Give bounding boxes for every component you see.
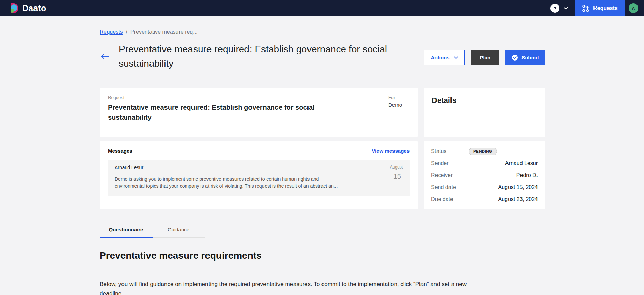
detail-row-receiver: Receiver Pedro D.: [431, 169, 538, 181]
message-sender: Arnaud Lesur: [115, 165, 385, 170]
cards-grid: Request Preventative measure required: E…: [100, 88, 545, 209]
detail-row-sender: Sender Arnaud Lesur: [431, 157, 538, 169]
top-navbar: Daato ? Requ: [0, 0, 644, 16]
plan-button[interactable]: Plan: [471, 50, 499, 65]
arrow-left-icon: [100, 53, 110, 60]
requests-nav-button[interactable]: Requests: [575, 0, 625, 16]
user-avatar[interactable]: A: [629, 3, 638, 13]
header-actions: Actions Plan Submit: [424, 50, 545, 65]
page-title: Preventative measure required: Establish…: [119, 42, 424, 71]
back-button[interactable]: [100, 52, 110, 61]
sender-label: Sender: [431, 160, 464, 166]
breadcrumb-current: Preventative measure req...: [130, 29, 198, 35]
message-main: Arnaud Lesur Demo is asking you to imple…: [115, 165, 385, 189]
message-list-item[interactable]: Arnaud Lesur Demo is asking you to imple…: [108, 160, 410, 196]
request-for-block: For Demo: [388, 95, 410, 129]
navbar-right: ? Requests A: [543, 0, 644, 16]
detail-row-status: Status PENDING: [431, 145, 538, 157]
messages-card: Messages View messages Arnaud Lesur Demo…: [100, 141, 418, 209]
sender-value: Arnaud Lesur: [505, 160, 538, 166]
section-heading: Preventative measure requirements: [100, 250, 545, 261]
message-preview-line2: environmental topics that your company i…: [115, 183, 385, 189]
plan-label: Plan: [480, 55, 490, 61]
detail-row-send-date: Send date August 15, 2024: [431, 181, 538, 193]
section-body: Below, you will find guidance on impleme…: [100, 280, 545, 295]
tab-questionnaire[interactable]: Questionnaire: [100, 222, 152, 237]
app-window: Daato ? Requ: [0, 0, 644, 295]
section-body-line1: Below, you will find guidance on impleme…: [100, 280, 545, 289]
message-day: 15: [385, 173, 401, 180]
submit-label: Submit: [521, 55, 539, 61]
brand-name: Daato: [22, 3, 46, 13]
message-preview-line1: Demo is asking you to implement some pre…: [115, 176, 385, 183]
submit-button[interactable]: Submit: [505, 50, 545, 65]
breadcrumb-requests-link[interactable]: Requests: [100, 29, 123, 35]
requests-nav-label: Requests: [593, 5, 618, 11]
request-title: Preventative measure required: Establish…: [108, 103, 347, 122]
request-card: Request Preventative measure required: E…: [100, 88, 418, 137]
tab-bar: Questionnaire Guidance: [100, 222, 205, 238]
message-month: August: [385, 165, 403, 170]
messages-header: Messages View messages: [108, 148, 410, 154]
details-card: Details: [424, 88, 545, 137]
request-card-main: Request Preventative measure required: E…: [108, 95, 347, 129]
messages-title: Messages: [108, 148, 132, 154]
page-header-left: Preventative measure required: Establish…: [100, 42, 424, 71]
tab-guidance[interactable]: Guidance: [152, 222, 205, 237]
workflow-icon: [582, 4, 590, 12]
chevron-down-icon[interactable]: [564, 7, 568, 10]
status-label: Status: [431, 148, 464, 155]
actions-label: Actions: [431, 55, 449, 61]
check-circle-icon: [512, 54, 518, 61]
for-value: Demo: [388, 102, 410, 108]
section-body-line2: deadline.: [100, 289, 545, 295]
breadcrumb-separator: /: [126, 29, 127, 35]
detail-row-due-date: Due date August 23, 2024: [431, 193, 538, 205]
message-date: August 15: [385, 165, 403, 189]
for-label: For: [388, 95, 410, 100]
page-header: Preventative measure required: Establish…: [100, 42, 545, 71]
message-preview: Demo is asking you to implement some pre…: [115, 176, 385, 189]
brand-logo[interactable]: Daato: [10, 3, 46, 13]
receiver-value: Pedro D.: [516, 172, 538, 178]
chevron-down-icon: [454, 56, 458, 59]
send-date-value: August 15, 2024: [498, 184, 538, 190]
details-title: Details: [432, 96, 537, 105]
help-menu[interactable]: ?: [543, 0, 575, 16]
question-circle-icon[interactable]: ?: [550, 4, 559, 13]
due-date-label: Due date: [431, 196, 464, 202]
status-badge: PENDING: [469, 148, 497, 155]
main-content: Requests / Preventative measure req... P…: [0, 29, 644, 295]
actions-dropdown-button[interactable]: Actions: [424, 50, 465, 65]
daato-logo-icon: [10, 3, 19, 13]
breadcrumb: Requests / Preventative measure req...: [100, 29, 545, 35]
details-rows-card: Status PENDING Sender Arnaud Lesur Recei…: [424, 141, 545, 209]
view-messages-link[interactable]: View messages: [372, 148, 410, 154]
send-date-label: Send date: [431, 184, 464, 190]
receiver-label: Receiver: [431, 172, 464, 178]
request-label: Request: [108, 95, 347, 100]
due-date-value: August 23, 2024: [498, 196, 538, 202]
